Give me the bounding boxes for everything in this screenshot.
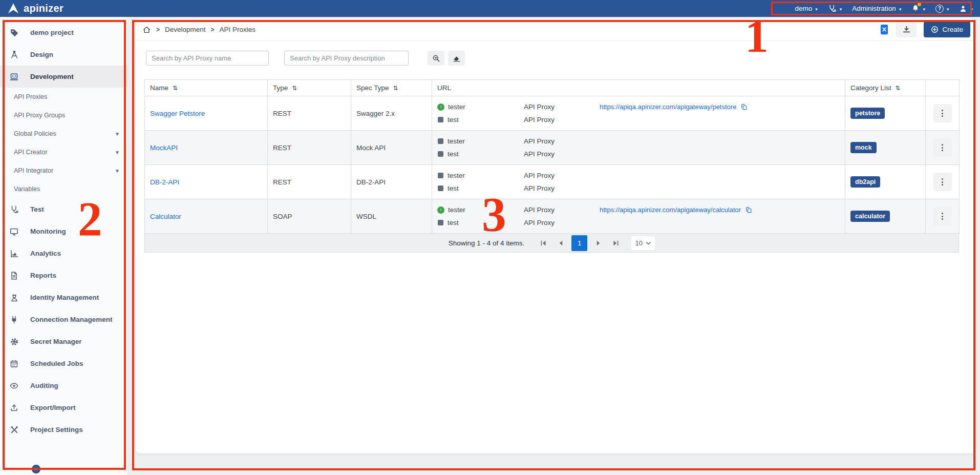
row-actions-button[interactable] xyxy=(933,207,952,225)
next-page-button[interactable] xyxy=(591,236,605,250)
sidebar-item-monitoring[interactable]: Monitoring xyxy=(0,220,127,242)
column-header-name[interactable]: Name⇅ xyxy=(145,80,268,96)
home-icon[interactable] xyxy=(142,26,151,34)
sidebar-item-api-proxy-groups[interactable]: API Proxy Groups xyxy=(0,106,127,125)
search-description-input[interactable] xyxy=(284,51,409,66)
environment-label: tester xyxy=(448,172,465,179)
expand-triangle-icon: ▼ xyxy=(115,168,120,174)
breadcrumb-item-api-proxies[interactable]: API Proxies xyxy=(220,26,256,33)
cell-spec-type: Mock API xyxy=(351,131,432,165)
deployed-status-icon: ↑ xyxy=(437,104,444,111)
api-proxy-name-link[interactable]: MockAPI xyxy=(150,144,178,152)
category-badge[interactable]: petstore xyxy=(850,108,885,119)
sidebar-item-analytics[interactable]: Analytics xyxy=(0,242,127,264)
sidebar-item-label: Global Policies xyxy=(14,130,56,137)
chevron-down-icon: ▾ xyxy=(899,7,902,12)
gateway-url-link[interactable]: https://apiqa.apinizer.com/apigateway/ca… xyxy=(600,206,741,214)
page-size-value: 10 xyxy=(635,239,643,247)
environment-chip: test xyxy=(437,116,524,123)
deployment-target-label: API Proxy xyxy=(524,103,600,111)
sidebar-item-reports[interactable]: Reports xyxy=(0,264,127,286)
sidebar-item-scheduled-jobs[interactable]: Scheduled Jobs xyxy=(0,353,127,375)
breadcrumb-item-development[interactable]: Development xyxy=(165,26,206,33)
api-proxy-name-link[interactable]: DB-2-API xyxy=(150,178,179,186)
sidebar-item-label: Monitoring xyxy=(30,228,66,235)
sidebar-item-design[interactable]: Design xyxy=(0,44,127,66)
column-header-category-list[interactable]: Category List⇅ xyxy=(845,80,926,96)
category-badge[interactable]: db2api xyxy=(850,176,880,188)
sort-icon[interactable]: ⇅ xyxy=(393,85,398,92)
brand-logo[interactable]: apinizer xyxy=(7,3,63,15)
sidebar-item-label: Project Settings xyxy=(30,426,83,433)
sidebar-item-development[interactable]: Development xyxy=(0,66,127,88)
search-button[interactable] xyxy=(428,51,444,66)
copy-icon[interactable] xyxy=(745,206,752,214)
sidebar-item-api-proxies[interactable]: API Proxies xyxy=(0,88,127,106)
column-header-type[interactable]: Type⇅ xyxy=(268,80,351,96)
row-actions-button[interactable] xyxy=(933,104,952,122)
copy-icon[interactable] xyxy=(741,104,748,111)
prev-page-button[interactable] xyxy=(554,236,567,250)
last-page-button[interactable] xyxy=(609,236,622,250)
notifications-menu[interactable]: ▾ xyxy=(911,4,925,13)
table-row: DB-2-APIRESTDB-2-APItesterAPI ProxytestA… xyxy=(145,165,960,199)
clear-filters-button[interactable] xyxy=(448,51,465,66)
sort-icon[interactable]: ⇅ xyxy=(292,85,297,92)
api-proxy-name-link[interactable]: Calculator xyxy=(150,213,181,220)
user-menu[interactable]: ▾ xyxy=(959,5,973,13)
category-badge[interactable]: mock xyxy=(850,142,877,153)
category-badge[interactable]: calculator xyxy=(850,211,890,222)
sidebar-item-variables[interactable]: Variables xyxy=(0,180,127,198)
sidebar-item-project-settings[interactable]: Project Settings xyxy=(0,419,127,441)
page-1-button[interactable]: 1 xyxy=(571,235,587,251)
administration-menu[interactable]: Administration ▾ xyxy=(852,5,901,12)
sidebar-item-test[interactable]: Test xyxy=(0,198,127,220)
cell-category-list: db2api xyxy=(845,165,926,199)
export-excel-button[interactable] xyxy=(880,24,889,35)
sort-icon[interactable]: ⇅ xyxy=(173,85,178,92)
sidebar-item-api-creator[interactable]: API Creator▼ xyxy=(0,143,127,161)
environment-line: testAPI Proxy xyxy=(437,182,845,195)
eraser-icon xyxy=(452,54,461,63)
undeployed-status-icon xyxy=(438,138,443,144)
reports-icon xyxy=(9,271,19,280)
cell-url: ↑testerAPI Proxyhttps://apiqa.apinizer.c… xyxy=(432,96,845,131)
create-button[interactable]: Create xyxy=(924,22,970,37)
administration-menu-label: Administration xyxy=(852,5,896,12)
search-name-input[interactable] xyxy=(146,51,269,66)
chevron-down-icon: ▾ xyxy=(970,7,973,12)
plus-circle-icon xyxy=(931,26,939,33)
sidebar-item-secret-manager[interactable]: Secret Manager xyxy=(0,331,127,353)
column-header-spec-type[interactable]: Spec Type⇅ xyxy=(351,80,432,96)
test-console-menu[interactable]: ▾ xyxy=(828,4,842,13)
kebab-menu-icon xyxy=(942,178,943,185)
sidebar-item-global-policies[interactable]: Global Policies▼ xyxy=(0,125,127,143)
help-menu[interactable]: ? ▾ xyxy=(935,5,949,13)
sidebar-item-export-import[interactable]: Export/Import xyxy=(0,397,127,419)
api-proxy-name-link[interactable]: Swagger Petstore xyxy=(150,110,205,117)
download-button[interactable] xyxy=(896,22,917,37)
first-page-button[interactable] xyxy=(537,236,550,250)
sidebar-item-auditing[interactable]: Auditing xyxy=(0,375,127,397)
sort-icon[interactable]: ⇅ xyxy=(896,85,901,92)
sidebar-item-connection-management[interactable]: Connection Management xyxy=(0,308,127,331)
feedback-widget-button[interactable] xyxy=(32,465,40,473)
environment-label: test xyxy=(448,219,459,226)
sidebar-item-identity-management[interactable]: Identity Management xyxy=(0,286,127,308)
sidebar-item-demo-project[interactable]: demo project xyxy=(0,22,127,44)
gateway-url-link[interactable]: https://apiqa.apinizer.com/apigateway/pe… xyxy=(600,103,736,111)
project-menu[interactable]: demo ▾ xyxy=(795,5,817,12)
cell-type: REST xyxy=(268,96,351,131)
column-header-label: Type xyxy=(273,84,288,92)
deployment-target-label: API Proxy xyxy=(524,137,600,145)
sidebar-item-api-integrator[interactable]: API Integrator▼ xyxy=(0,161,127,180)
page-size-select[interactable]: 10 xyxy=(631,236,655,250)
chevron-down-icon xyxy=(646,240,651,246)
environment-label: test xyxy=(448,184,459,192)
row-actions-button[interactable] xyxy=(933,138,952,157)
row-actions-button[interactable] xyxy=(933,173,952,191)
sidebar-item-label: API Proxy Groups xyxy=(14,112,65,119)
cell-category-list: calculator xyxy=(845,199,926,234)
navbar-menu: demo ▾ ▾ Administration ▾ ▾ xyxy=(795,4,973,13)
chevron-down-icon: ▾ xyxy=(815,7,818,12)
